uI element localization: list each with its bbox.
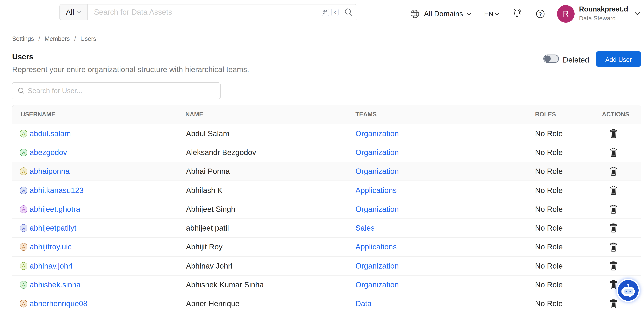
svg-text:?: ?: [539, 11, 542, 17]
